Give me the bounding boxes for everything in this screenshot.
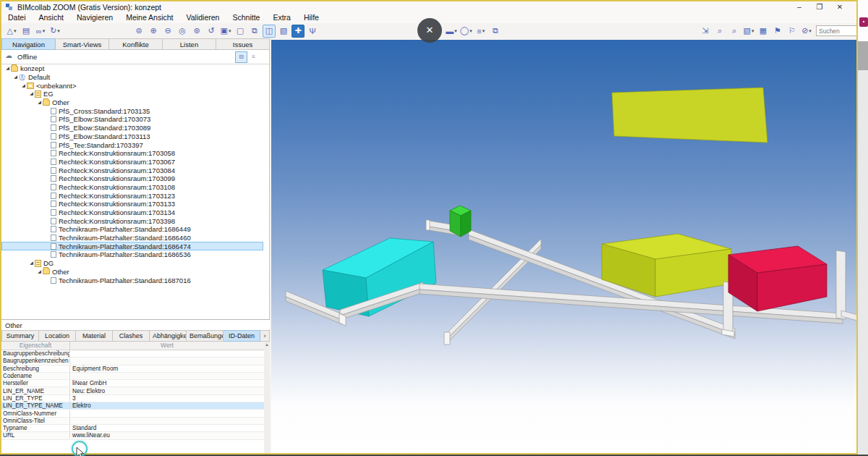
table-row[interactable]: LIN_ER_TYPE_NAMEElektro <box>1 402 264 410</box>
tab-navigation[interactable]: Navigation <box>1 38 56 50</box>
close-button[interactable]: ✕ <box>830 1 849 12</box>
tree-item[interactable]: ◢Other <box>1 268 263 276</box>
tree-item[interactable]: ◢DG <box>1 259 263 268</box>
menu-extra[interactable]: Extra <box>266 12 297 22</box>
tree-item[interactable]: ◢Other <box>1 98 263 107</box>
view-cube-button[interactable]: ▧▾ <box>742 25 755 38</box>
tree-item[interactable]: Rechteck:Konstruktionsraum:1703123 <box>1 191 263 200</box>
caret-down-icon[interactable]: ▾ <box>57 28 60 34</box>
table-row[interactable]: BeschreibungEquipment Room <box>1 366 264 373</box>
expand-arrow-icon[interactable]: ◢ <box>20 83 27 88</box>
table-row[interactable]: OmniClass-Nummer <box>1 410 264 417</box>
list-view-button[interactable]: ≡ <box>247 51 260 63</box>
caret-down-icon[interactable]: ▾ <box>14 28 17 34</box>
lime-panel[interactable] <box>612 88 767 143</box>
caret-down-icon[interactable]: ▾ <box>229 28 231 34</box>
tree-item[interactable]: Technikraum-Platzhalter:Standard:1686460 <box>1 234 263 242</box>
tree-item[interactable]: Rechteck:Konstruktionsraum:1703133 <box>1 200 263 208</box>
zoom-selection-button[interactable]: ⌕ <box>728 25 741 38</box>
menu-datei[interactable]: Datei <box>1 12 33 22</box>
tab-smart-views[interactable]: Smart-Views <box>56 38 109 50</box>
cube-view-button[interactable]: ▧ <box>277 25 290 38</box>
perspective-button[interactable]: ◎ <box>176 25 189 38</box>
expand-arrow-icon[interactable]: ◢ <box>36 269 43 274</box>
tab-listen[interactable]: Listen <box>163 38 216 50</box>
menu-schnitte[interactable]: Schnitte <box>226 12 266 22</box>
pick-remove-button[interactable]: ⚐ <box>786 25 799 38</box>
beam[interactable] <box>841 311 856 322</box>
zoom-window-button[interactable]: ⌕ <box>713 25 726 38</box>
tree-item[interactable]: Rechteck:Konstruktionsraum:1703398 <box>1 216 263 225</box>
table-row[interactable]: URLwww.liNear.eu <box>1 432 264 439</box>
section-box-button[interactable]: ▢ <box>234 25 247 38</box>
fit-view-button[interactable]: ⇲ <box>699 25 712 38</box>
tree-item[interactable]: Rechteck:Konstruktionsraum:1703108 <box>1 183 263 192</box>
viewport-3d[interactable] <box>271 38 856 455</box>
link-button[interactable]: ∞▾ <box>34 25 47 38</box>
caret-down-icon[interactable]: ▾ <box>482 28 485 34</box>
rotate-reset-button[interactable]: ↺ <box>205 25 218 38</box>
copy-view-button[interactable]: ⧉ <box>489 25 502 38</box>
caret-down-icon[interactable]: ▾ <box>752 28 754 34</box>
desktop-app-icon[interactable] <box>859 17 868 27</box>
zoom-out-button[interactable]: ⊖ <box>161 25 174 38</box>
ellipse-markup-button[interactable]: ◯▾ <box>459 25 473 38</box>
minimize-button[interactable]: – <box>790 1 809 12</box>
tree-item[interactable]: PfS_Elbow:Standard:1703073 <box>1 115 263 124</box>
measure-button[interactable]: ▬▾ <box>445 25 458 38</box>
table-row[interactable]: LIN_ER_TYPE3 <box>1 395 264 402</box>
tree-item[interactable]: ◢ⒶDefault <box>1 73 263 82</box>
table-row[interactable]: LIN_ER_NAMENeu: Elektro <box>1 387 264 394</box>
detail-tab-clashes[interactable]: Clashes <box>113 330 150 342</box>
tree-item[interactable]: PfS_Cross:Standard:1703135 <box>1 106 263 115</box>
tree-item[interactable]: Rechteck:Konstruktionsraum:1703099 <box>1 174 263 183</box>
maximize-button[interactable]: ❐ <box>810 1 829 12</box>
tree-item[interactable]: Technikraum-Platzhalter:Standard:1686449 <box>1 225 263 234</box>
tab-konflikte[interactable]: Konflikte <box>109 38 163 50</box>
expand-arrow-icon[interactable]: ◢ <box>36 99 43 104</box>
caret-down-icon[interactable]: ▾ <box>809 28 812 34</box>
tree-item[interactable]: PfS_Elbow:Standard:1703113 <box>1 132 263 141</box>
property-scrollbar[interactable]: ▲ <box>264 342 270 455</box>
expand-arrow-icon[interactable]: ◢ <box>28 260 35 265</box>
tree-item[interactable]: Rechteck:Konstruktionsraum:1703058 <box>1 149 263 158</box>
zoom-reset-button[interactable]: ⊜ <box>132 25 145 38</box>
tree-item[interactable]: ◢EG <box>1 90 263 98</box>
tree-view-button[interactable]: ⊟ <box>235 51 247 63</box>
expand-arrow-icon[interactable]: ◢ <box>12 74 19 79</box>
table-row[interactable]: HerstellerliNear GmbH <box>1 380 264 387</box>
sync-button[interactable]: ↻▾ <box>48 25 61 38</box>
detail-tab-material[interactable]: Material <box>76 330 113 342</box>
open-model-button[interactable]: △▾ <box>5 25 18 38</box>
detail-tab-location[interactable]: Location <box>39 330 76 342</box>
tree-item[interactable]: Technikraum-Platzhalter:Standard:1686536 <box>1 250 263 259</box>
tree-item[interactable]: Rechteck:Konstruktionsraum:1703084 <box>1 166 263 174</box>
menu-ansicht[interactable]: Ansicht <box>33 12 70 22</box>
menu-validieren[interactable]: Validieren <box>180 12 226 22</box>
tree-item[interactable]: PfS_Elbow:Standard:1703089 <box>1 124 263 132</box>
table-row[interactable]: Baugruppenkennzeichen <box>1 358 264 365</box>
line-style-button[interactable]: ≡▾ <box>475 25 488 38</box>
detail-tab-summary[interactable]: Summary <box>1 330 39 342</box>
model-scene[interactable] <box>271 40 856 455</box>
expand-arrow-icon[interactable]: ◢ <box>4 65 11 70</box>
table-row[interactable]: OmniClass-Titel <box>1 418 264 425</box>
tree-item[interactable]: ◢<unbekannt> <box>1 81 263 90</box>
tree-item[interactable]: Technikraum-Platzhalter:Standard:1687016 <box>1 276 263 284</box>
tree-item[interactable]: Technikraum-Platzhalter:Standard:1686474 <box>1 242 263 250</box>
caret-down-icon[interactable]: ▾ <box>454 28 457 34</box>
caret-down-icon[interactable]: ▾ <box>469 28 472 34</box>
pick-add-button[interactable]: ⚑ <box>771 25 784 38</box>
orbit-button[interactable]: ▣▾ <box>219 25 232 38</box>
tree-item[interactable]: ◢konzept <box>1 64 263 73</box>
hide-button[interactable]: ⊘▾ <box>800 25 813 38</box>
detail-tab-bemaungen[interactable]: Bemaßungen <box>187 330 224 342</box>
beam-riser[interactable] <box>836 250 846 319</box>
ortho-button[interactable]: ⊛ <box>190 25 203 38</box>
table-row[interactable]: Baugruppenbeschreibung <box>1 350 264 358</box>
tab-overflow-button[interactable]: › <box>260 330 270 342</box>
table-row[interactable]: Codename <box>1 373 264 380</box>
section-plane-button[interactable]: ⧉ <box>248 25 261 38</box>
menu-navigieren[interactable]: Navigieren <box>70 12 119 22</box>
expand-arrow-icon[interactable]: ◢ <box>28 90 35 96</box>
